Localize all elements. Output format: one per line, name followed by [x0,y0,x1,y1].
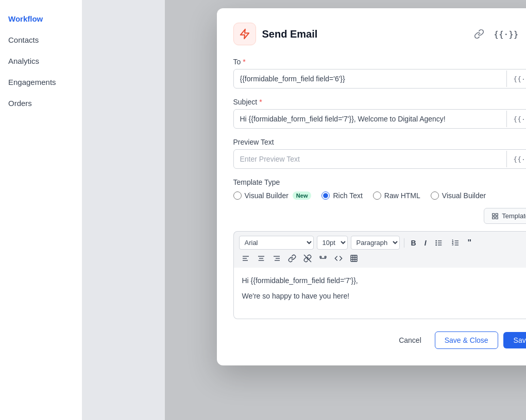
editor-line-1: Hi {{formidable_form_field field='7'}}, [242,275,527,286]
svg-rect-5 [493,217,495,219]
preview-text-merge-tag-button[interactable]: {{·}} [506,151,526,167]
svg-rect-3 [496,213,498,215]
toolbar-row1: Arial Times New Roman Georgia 8pt 10pt 1… [239,236,527,250]
bold-button[interactable]: B [409,237,419,249]
horizontal-rule-button[interactable] [316,253,330,264]
unlink-icon [303,254,312,262]
align-right-icon [273,254,281,262]
preview-text-input-wrapper: {{·}} [233,149,527,169]
preview-text-label: Preview Text [233,138,527,146]
template-type-section: Template Type Visual Builder New Rich Te… [233,178,527,200]
svg-rect-30 [325,256,326,258]
blockquote-button[interactable]: " [465,237,474,249]
insert-table-button[interactable] [347,253,361,264]
radio-rich-text[interactable]: Rich Text [321,191,362,200]
ordered-list-icon: 1 2 3 [451,239,460,247]
sidebar: Workflow Contacts Analytics Engagements … [0,0,82,420]
svg-rect-29 [320,256,321,258]
align-center-icon [257,254,265,262]
template-type-label: Template Type [233,178,527,186]
radio-visual-builder-2[interactable]: Visual Builder [431,191,486,200]
subject-label: Subject * [233,98,527,106]
cancel-button[interactable]: Cancel [391,332,430,348]
preview-text-input[interactable] [234,150,507,168]
unordered-list-icon [435,239,443,247]
subject-merge-tag-button[interactable]: {{·}} [506,111,526,127]
templates-icon [491,213,499,220]
lightning-bolt-icon [239,28,250,40]
to-required: * [243,58,245,66]
toolbar-row2 [239,253,527,268]
modal-header: Send Email {{·}} [233,23,527,45]
unordered-list-button[interactable] [432,237,446,249]
align-right-button[interactable] [270,253,283,264]
radio-visual-builder-input[interactable] [233,191,242,200]
insert-link-icon [288,254,296,262]
to-input[interactable] [234,69,507,88]
radio-group: Visual Builder New Rich Text Raw HTML Vi… [233,191,527,200]
italic-button[interactable]: I [422,237,429,249]
sidebar-item-engagements[interactable]: Engagements [0,72,82,93]
svg-point-11 [435,244,437,246]
link-icon [474,29,484,39]
ordered-list-button[interactable]: 1 2 3 [449,237,462,249]
radio-visual-builder-2-input[interactable] [431,191,439,200]
background-area: View Contact Journey Send Email [82,0,526,420]
align-center-button[interactable] [254,253,268,264]
font-family-select[interactable]: Arial Times New Roman Georgia [239,236,314,250]
font-size-select[interactable]: 8pt 10pt 12pt 14pt [317,236,348,250]
modal-overlay: Send Email {{·}} [165,0,526,420]
radio-raw-html-input[interactable] [373,191,381,200]
svg-rect-2 [493,213,495,215]
modal-icon [233,23,256,45]
editor-toolbar: Arial Times New Roman Georgia 8pt 10pt 1… [233,231,527,268]
modal-header-left: Send Email [233,23,318,45]
unlink-button[interactable] [301,253,314,264]
modal-footer: Cancel Save & Close Save [233,331,527,349]
svg-point-7 [435,240,437,241]
insert-link-button[interactable] [285,253,299,264]
align-left-button[interactable] [239,253,252,264]
subject-input-wrapper: {{·}} [233,109,527,129]
modal-header-actions: {{·}} [472,27,526,41]
editor-content[interactable]: Hi {{formidable_form_field field='7'}}, … [233,268,527,319]
subject-required: * [259,98,262,106]
templates-row: Templates [233,208,527,224]
new-badge: New [293,191,312,200]
link-button[interactable] [472,27,486,41]
to-field-group: To * {{·}} [233,58,527,89]
modal-title: Send Email [262,28,318,40]
merge-tags-header-button[interactable]: {{·}} [491,27,520,41]
sidebar-item-workflow[interactable]: Workflow [0,8,82,29]
align-left-icon [242,254,250,262]
radio-visual-builder[interactable]: Visual Builder New [233,191,312,200]
sidebar-item-analytics[interactable]: Analytics [0,50,82,72]
table-icon [350,254,358,262]
editor-line-2: We're so happy to have you here! [242,290,527,302]
horizontal-rule-icon [319,254,327,262]
subject-field-group: Subject * {{·}} [233,98,527,129]
svg-rect-31 [351,255,357,261]
radio-raw-html[interactable]: Raw HTML [373,191,420,200]
to-merge-tag-button[interactable]: {{·}} [506,71,526,87]
subject-input[interactable] [234,110,507,128]
sidebar-item-orders[interactable]: Orders [0,93,82,114]
preview-text-field-group: Preview Text {{·}} [233,138,527,169]
paragraph-style-select[interactable]: Paragraph Heading 1 Heading 2 [351,236,400,250]
sidebar-item-contacts[interactable]: Contacts [0,29,82,50]
svg-point-9 [435,242,437,243]
send-email-modal: Send Email {{·}} [217,8,527,365]
save-button[interactable]: Save [503,332,526,348]
to-label: To * [233,58,527,66]
code-button[interactable] [332,253,345,264]
svg-rect-4 [496,217,498,219]
toolbar-divider-1 [404,238,404,248]
save-close-button[interactable]: Save & Close [435,331,498,349]
to-input-wrapper: {{·}} [233,69,527,89]
templates-button[interactable]: Templates [484,208,526,224]
code-icon [334,254,343,262]
radio-rich-text-input[interactable] [321,191,330,200]
svg-text:3: 3 [452,243,453,246]
